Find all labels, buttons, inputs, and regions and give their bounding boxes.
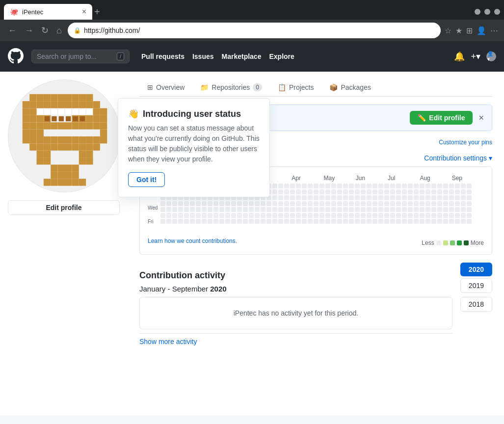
reading-list-button[interactable]: ★ — [455, 26, 462, 35]
tab-packages-label: Packages — [341, 83, 371, 91]
intro-banner-edit-label: Edit profile — [429, 114, 465, 122]
tab-projects[interactable]: 📋 Projects — [270, 80, 322, 96]
activity-empty-text: iPentec has no activity yet for this per… — [234, 309, 358, 317]
got-it-button[interactable]: Got it! — [128, 172, 165, 187]
popover-body: Now you can set a status message about w… — [128, 123, 260, 164]
activity-section: Contribution activity January - Septembe… — [139, 263, 492, 349]
active-tab[interactable]: 🐙 iPentec × — [4, 4, 92, 20]
activity-content: Contribution activity January - Septembe… — [139, 263, 452, 349]
marketplace-link[interactable]: Marketplace — [222, 53, 262, 60]
legend-3 — [457, 240, 462, 245]
tab-projects-icon: 📋 — [278, 83, 286, 91]
github-navbar: Search or jump to... / Pull requests Iss… — [0, 41, 504, 72]
status-emoji[interactable]: 😊 — [102, 173, 115, 187]
year-buttons: 2020 2019 2018 — [460, 263, 492, 314]
year-2019-button[interactable]: 2019 — [460, 278, 492, 293]
new-tab-button[interactable]: + — [94, 6, 100, 18]
show-more-link[interactable]: Show more activity — [139, 338, 197, 345]
pull-requests-link[interactable]: Pull requests — [141, 53, 185, 60]
tab-repositories[interactable]: 📁 Repositories 0 — [192, 80, 270, 96]
month-apr: Apr — [292, 175, 323, 182]
minimize-button[interactable]: — — [475, 9, 480, 15]
back-button[interactable]: ← — [6, 24, 19, 38]
month-may: May — [323, 175, 355, 182]
nav-right-actions: 🔔 +▾ 👤▾ — [454, 51, 496, 62]
intro-banner-edit-button[interactable]: ✏️ Edit profile — [410, 111, 473, 125]
legend-more-label: More — [471, 239, 484, 246]
activity-empty-state: iPentec has no activity yet for this per… — [139, 297, 452, 329]
chevron-down-icon: ▾ — [489, 154, 492, 162]
popover-title-text: Introducing user status — [143, 109, 241, 119]
year-2020-button[interactable]: 2020 — [460, 263, 492, 276]
nav-links: Pull requests Issues Marketplace Explore — [141, 53, 294, 60]
popover-title: 👋 Introducing user status — [128, 108, 260, 119]
legend-1 — [443, 240, 448, 245]
tab-search-button[interactable]: ⊞ — [466, 26, 473, 35]
popover-emoji: 👋 — [128, 108, 139, 119]
menu-button[interactable]: ⋯ — [490, 26, 498, 35]
user-status-popover: 👋 Introducing user status Now you can se… — [118, 98, 270, 197]
activity-header: Contribution activity — [139, 270, 452, 281]
github-logo[interactable] — [8, 48, 24, 65]
issues-link[interactable]: Issues — [192, 53, 214, 60]
period-year-bold: 2020 — [210, 285, 226, 293]
customize-pins-link[interactable]: Customize your pins — [439, 139, 492, 146]
pencil-icon: ✏️ — [418, 114, 426, 122]
tab-close-button[interactable]: × — [82, 7, 86, 16]
forward-button[interactable]: → — [23, 24, 35, 38]
new-item-button[interactable]: +▾ — [471, 51, 480, 62]
close-button[interactable]: × — [494, 9, 500, 15]
contribution-settings-button[interactable]: Contribution settings ▾ — [424, 154, 492, 162]
legend-4 — [464, 240, 469, 245]
tab-packages-icon: 📦 — [329, 83, 338, 91]
legend-less-label: Less — [422, 239, 434, 246]
maximize-button[interactable]: □ — [484, 9, 490, 15]
user-avatar-nav[interactable]: 👤▾ — [486, 52, 496, 61]
url-text: https://github.com/ — [84, 26, 435, 34]
tab-projects-label: Projects — [289, 83, 314, 91]
browser-toolbar: ← → ↻ ⌂ 🔒 https://github.com/ ☆ ★ ⊞ 👤 ⋯ — [0, 20, 504, 41]
tab-title: iPentec — [22, 8, 78, 16]
legend-2 — [450, 240, 455, 245]
period-range: January - September — [139, 285, 208, 293]
search-shortcut: / — [117, 53, 124, 60]
explore-link[interactable]: Explore — [269, 53, 294, 60]
month-sep: Sep — [452, 175, 484, 182]
security-icon: 🔒 — [74, 27, 81, 34]
reload-button[interactable]: ↻ — [39, 23, 51, 38]
browser-window: 🐙 iPentec × + — □ × ← → ↻ ⌂ 🔒 https://gi… — [0, 0, 504, 41]
tab-bar: 🐙 iPentec × + — □ × — [0, 0, 504, 20]
profile-button[interactable]: 👤 — [477, 26, 486, 35]
tab-overview[interactable]: ⊞ Overview — [139, 80, 192, 96]
year-2018-button[interactable]: 2018 — [460, 297, 492, 312]
search-input[interactable]: Search or jump to... / — [31, 50, 130, 63]
month-jun: Jun — [356, 175, 388, 182]
profile-tabs: ⊞ Overview 📁 Repositories 0 📋 Projects 📦… — [139, 80, 492, 97]
month-jul: Jul — [388, 175, 420, 182]
notifications-button[interactable]: 🔔 — [454, 51, 465, 62]
contribution-legend: Less More — [422, 239, 484, 246]
tab-repositories-label: Repositories — [212, 83, 250, 91]
home-button[interactable]: ⌂ — [54, 24, 64, 38]
search-placeholder: Search or jump to... — [37, 53, 97, 60]
intro-banner-close-button[interactable]: × — [478, 113, 484, 123]
edit-profile-button[interactable]: Edit profile — [8, 200, 120, 215]
tab-overview-label: Overview — [156, 83, 185, 91]
window-controls: — □ × — [475, 9, 500, 15]
contribution-settings-label: Contribution settings — [424, 154, 487, 162]
activity-title: Contribution activity — [139, 270, 225, 281]
tab-repositories-icon: 📁 — [200, 83, 209, 91]
month-aug: Aug — [420, 175, 451, 182]
activity-period: January - September 2020 — [139, 285, 452, 293]
address-bar[interactable]: 🔒 https://github.com/ — [68, 23, 441, 38]
repositories-count: 0 — [253, 83, 262, 91]
learn-link[interactable]: Learn how we count contributions. — [148, 238, 237, 244]
browser-actions: ☆ ★ ⊞ 👤 ⋯ — [445, 26, 498, 35]
tab-favicon: 🐙 — [10, 8, 18, 16]
legend-0 — [436, 240, 441, 245]
tab-overview-icon: ⊞ — [147, 83, 153, 91]
bookmark-star-button[interactable]: ☆ — [445, 26, 451, 35]
tab-packages[interactable]: 📦 Packages — [321, 80, 378, 96]
profile-avatar-container: 😊 — [8, 80, 121, 192]
profile-sidebar: 😊 Edit profile — [0, 72, 128, 415]
